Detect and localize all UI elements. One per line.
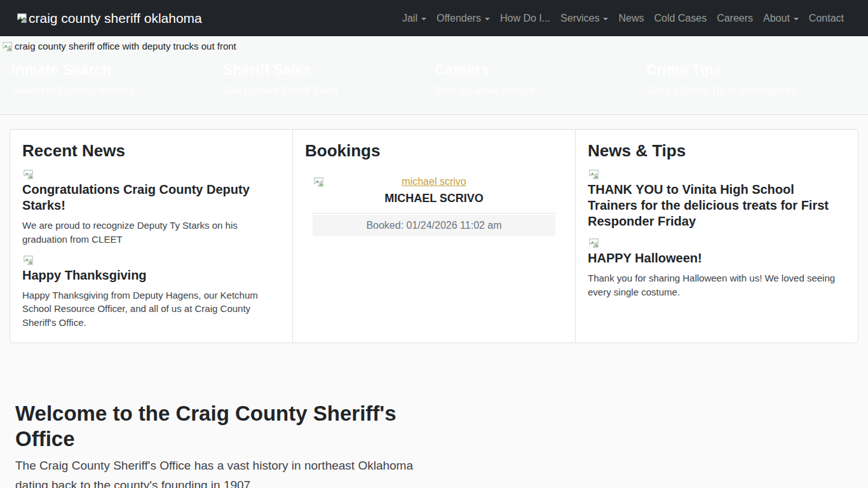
- booking-inmate-name: MICHAEL SCRIVO: [313, 192, 555, 205]
- hero-section: craig county sheriff office with deputy …: [0, 36, 868, 115]
- feature-inmate-search[interactable]: Inmate Search Search In-Custody Inmates: [11, 62, 223, 97]
- navbar-brand[interactable]: craig county sheriff oklahoma: [16, 11, 202, 26]
- news-item-title: HAPPY Halloween!: [588, 250, 846, 266]
- nav-item-cold-cases[interactable]: Cold Cases: [649, 8, 712, 29]
- recent-news-card: Recent News Congratulations Craig County…: [10, 130, 292, 342]
- chevron-down-icon: [794, 18, 799, 20]
- booking-inmate-link[interactable]: michael scrivo: [402, 176, 466, 187]
- hero-image-broken: craig county sheriff office with deputy …: [1, 40, 868, 53]
- feature-subtitle: Start a Career with Us: [435, 85, 646, 97]
- welcome-paragraph: The Craig County Sheriff's Office has a …: [15, 456, 425, 488]
- news-item: HAPPY Halloween! Thank you for sharing H…: [588, 237, 846, 299]
- feature-subtitle: Search In-Custody Inmates: [11, 85, 223, 97]
- divider: [313, 213, 555, 214]
- nav-item-offenders[interactable]: Offenders: [431, 8, 495, 29]
- nav-item-contact[interactable]: Contact: [804, 8, 849, 29]
- news-item-text: We are proud to recognize Deputy Ty Star…: [22, 219, 280, 247]
- news-item-text: Thank you for sharing Halloween with us!…: [588, 271, 846, 299]
- news-tips-card: News & Tips THANK YOU to Vinita High Sch…: [575, 130, 858, 342]
- feature-title: Crime Tips: [646, 62, 858, 79]
- feature-title: Careers: [435, 62, 646, 79]
- nav-item-label: News: [618, 13, 644, 24]
- broken-image-icon: [22, 254, 34, 266]
- nav-item-label: Cold Cases: [654, 13, 707, 24]
- bookings-title: Bookings: [305, 141, 563, 161]
- news-item: THANK YOU to Vinita High School Trainers…: [588, 168, 846, 229]
- broken-image-icon: [588, 237, 600, 249]
- news-item: Congratulations Craig County Deputy Star…: [22, 168, 280, 247]
- welcome-section: Welcome to the Craig County Sheriff's Of…: [15, 401, 428, 488]
- navbar-brand-label: craig county sheriff oklahoma: [29, 11, 202, 26]
- broken-image-icon: [16, 12, 28, 24]
- feature-careers[interactable]: Careers Start a Career with Us: [435, 62, 646, 97]
- chevron-down-icon: [421, 18, 426, 20]
- feature-title: Inmate Search: [11, 62, 223, 79]
- nav-item-services[interactable]: Services: [555, 8, 613, 29]
- nav-item-label: Services: [560, 13, 599, 24]
- nav-item-label: Offenders: [437, 13, 481, 24]
- broken-image-icon: [22, 168, 34, 180]
- chevron-down-icon: [485, 18, 490, 20]
- navbar-menu: Jail Offenders How Do I... Services News…: [397, 8, 849, 29]
- broken-image-icon: [588, 168, 600, 180]
- nav-item-label: Contact: [809, 13, 844, 24]
- feature-title: Sheriff Sales: [223, 62, 435, 79]
- nav-item-how-do-i[interactable]: How Do I...: [495, 8, 555, 29]
- broken-image-icon: [1, 41, 13, 53]
- top-navbar: craig county sheriff oklahoma Jail Offen…: [0, 0, 868, 36]
- nav-item-news[interactable]: News: [613, 8, 649, 29]
- hero-feature-links: Inmate Search Search In-Custody Inmates …: [1, 62, 868, 97]
- chevron-down-icon: [603, 18, 608, 20]
- nav-item-jail[interactable]: Jail: [397, 8, 431, 29]
- news-item: Happy Thanksgiving Happy Thanksgiving fr…: [22, 254, 280, 330]
- feature-crime-tips[interactable]: Crime Tips Send a Crime Tip to Investiga…: [646, 62, 858, 97]
- booking-item: michael scrivo MICHAEL SCRIVO Booked: 01…: [313, 175, 555, 236]
- nav-item-careers[interactable]: Careers: [712, 8, 758, 29]
- feature-subtitle: See Current Sheriff Sales: [223, 85, 435, 97]
- nav-item-label: Jail: [402, 13, 417, 24]
- broken-image-icon: [313, 176, 325, 188]
- news-item-title: Happy Thanksgiving: [22, 268, 280, 283]
- news-tips-title: News & Tips: [588, 141, 846, 161]
- news-item-title: THANK YOU to Vinita High School Trainers…: [588, 182, 846, 229]
- news-item-title: Congratulations Craig County Deputy Star…: [22, 182, 280, 214]
- nav-item-label: Careers: [717, 13, 753, 24]
- nav-item-label: How Do I...: [500, 13, 550, 24]
- feature-subtitle: Send a Crime Tip to Investigators: [646, 85, 858, 97]
- news-item-text: Happy Thanksgiving from Deputy Hagens, o…: [22, 288, 280, 330]
- nav-item-about[interactable]: About: [758, 8, 804, 29]
- booking-date: Booked: 01/24/2026 11:02 am: [313, 215, 555, 236]
- cards-section: Recent News Congratulations Craig County…: [10, 129, 858, 343]
- bookings-card: Bookings michael scrivo MICHAEL SCRIVO B…: [292, 130, 575, 342]
- recent-news-title: Recent News: [22, 141, 280, 161]
- hero-image-alt-text: craig county sheriff office with deputy …: [15, 40, 236, 53]
- welcome-heading: Welcome to the Craig County Sheriff's Of…: [15, 401, 397, 451]
- feature-sheriff-sales[interactable]: Sheriff Sales See Current Sheriff Sales: [223, 62, 435, 97]
- nav-item-label: About: [763, 13, 790, 24]
